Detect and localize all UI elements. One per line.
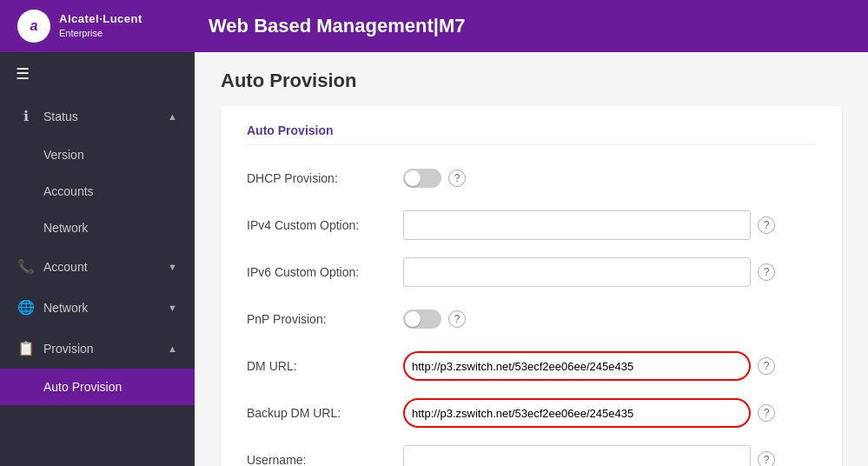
toggle-knob xyxy=(405,170,421,186)
dhcp-help-icon[interactable]: ? xyxy=(448,170,466,187)
sidebar: ☰ ℹ Status ▲ Version Accounts Network 📞 … xyxy=(0,52,195,466)
phone-icon: 📞 xyxy=(17,258,35,275)
sidebar-item-auto-provision[interactable]: Auto Provision xyxy=(0,369,195,405)
logo-text: Alcatel·Lucent Enterprise xyxy=(59,12,142,39)
chevron-down-icon-2: ▼ xyxy=(168,303,177,313)
username-help-icon[interactable]: ? xyxy=(758,451,775,466)
accounts-label: Accounts xyxy=(43,184,94,198)
ipv4-help-icon[interactable]: ? xyxy=(758,216,775,234)
form-row-ipv4: IPv4 Custom Option: ? xyxy=(247,210,816,241)
auto-provision-label: Auto Provision xyxy=(43,380,122,394)
username-label: Username: xyxy=(247,453,403,466)
form-row-backup-dm-url: Backup DM URL: ? xyxy=(247,397,816,429)
username-input[interactable] xyxy=(403,445,751,466)
sidebar-item-accounts[interactable]: Accounts xyxy=(0,173,195,210)
ipv4-input[interactable] xyxy=(403,210,751,240)
ipv6-input[interactable] xyxy=(403,257,751,287)
chevron-up-icon-2: ▲ xyxy=(168,343,177,354)
sidebar-item-account[interactable]: 📞 Account ▼ xyxy=(0,246,195,287)
sidebar-item-version[interactable]: Version xyxy=(0,136,195,173)
sidebar-item-status[interactable]: ℹ Status ▲ xyxy=(0,96,195,136)
account-label: Account xyxy=(43,260,168,274)
ipv6-label: IPv6 Custom Option: xyxy=(247,265,403,279)
pnp-control: ? xyxy=(403,310,816,329)
ipv4-label: IPv4 Custom Option: xyxy=(247,218,403,232)
status-icon: ℹ xyxy=(17,108,35,124)
form-row-dhcp: DHCP Provision: ? xyxy=(247,163,816,194)
dhcp-toggle[interactable] xyxy=(403,169,441,188)
ipv4-control: ? xyxy=(403,210,816,240)
network-sub-label: Network xyxy=(43,221,88,235)
chevron-down-icon: ▼ xyxy=(168,262,177,272)
logo-initials: a xyxy=(30,18,38,34)
version-label: Version xyxy=(43,148,84,162)
provision-label: Provision xyxy=(43,342,168,356)
dm-url-control: ? xyxy=(403,351,816,381)
backup-dm-url-control: ? xyxy=(403,398,816,428)
page-title: Auto Provision xyxy=(221,70,842,92)
pnp-toggle-knob xyxy=(405,311,421,327)
form-row-username: Username: ? xyxy=(247,444,816,466)
form-row-dm-url: DM URL: ? xyxy=(247,350,816,382)
sidebar-item-label: Status xyxy=(43,110,168,123)
header: a Alcatel·Lucent Enterprise Web Based Ma… xyxy=(0,0,868,52)
pnp-label: PnP Provision: xyxy=(247,312,403,326)
pnp-toggle[interactable] xyxy=(403,310,441,329)
dhcp-label: DHCP Provision: xyxy=(247,171,403,185)
username-control: ? xyxy=(403,445,816,466)
dm-url-label: DM URL: xyxy=(247,359,403,373)
ipv6-help-icon[interactable]: ? xyxy=(758,263,775,281)
backup-dm-url-input[interactable] xyxy=(403,398,751,428)
sidebar-item-network[interactable]: 🌐 Network ▼ xyxy=(0,287,195,328)
hamburger-icon[interactable]: ☰ xyxy=(0,52,195,96)
logo: a Alcatel·Lucent Enterprise xyxy=(17,10,209,43)
backup-dm-url-help-icon[interactable]: ? xyxy=(758,404,775,422)
card-title: Auto Provision xyxy=(247,123,816,145)
page-header-title: Web Based Management|M7 xyxy=(209,15,466,37)
form-row-ipv6: IPv6 Custom Option: ? xyxy=(247,256,816,288)
sidebar-item-network-sub[interactable]: Network xyxy=(0,210,195,246)
form-row-pnp: PnP Provision: ? xyxy=(247,303,816,335)
chevron-up-icon: ▲ xyxy=(168,111,177,122)
provision-icon: 📋 xyxy=(17,340,35,356)
dhcp-control: ? xyxy=(403,169,816,188)
pnp-help-icon[interactable]: ? xyxy=(448,310,466,328)
logo-circle: a xyxy=(17,10,50,43)
layout: ☰ ℹ Status ▲ Version Accounts Network 📞 … xyxy=(0,52,868,466)
dm-url-help-icon[interactable]: ? xyxy=(758,357,775,375)
network-label: Network xyxy=(43,301,168,315)
main-content: Auto Provision Auto Provision DHCP Provi… xyxy=(195,52,868,466)
auto-provision-card: Auto Provision DHCP Provision: ? IPv4 Cu… xyxy=(221,106,842,466)
brand-name: Alcatel·Lucent xyxy=(59,12,142,27)
brand-sub: Enterprise xyxy=(59,27,142,39)
ipv6-control: ? xyxy=(403,257,816,287)
backup-dm-url-label: Backup DM URL: xyxy=(247,406,403,420)
globe-icon: 🌐 xyxy=(17,299,35,316)
dm-url-input[interactable] xyxy=(403,351,751,381)
sidebar-item-provision[interactable]: 📋 Provision ▲ xyxy=(0,328,195,369)
